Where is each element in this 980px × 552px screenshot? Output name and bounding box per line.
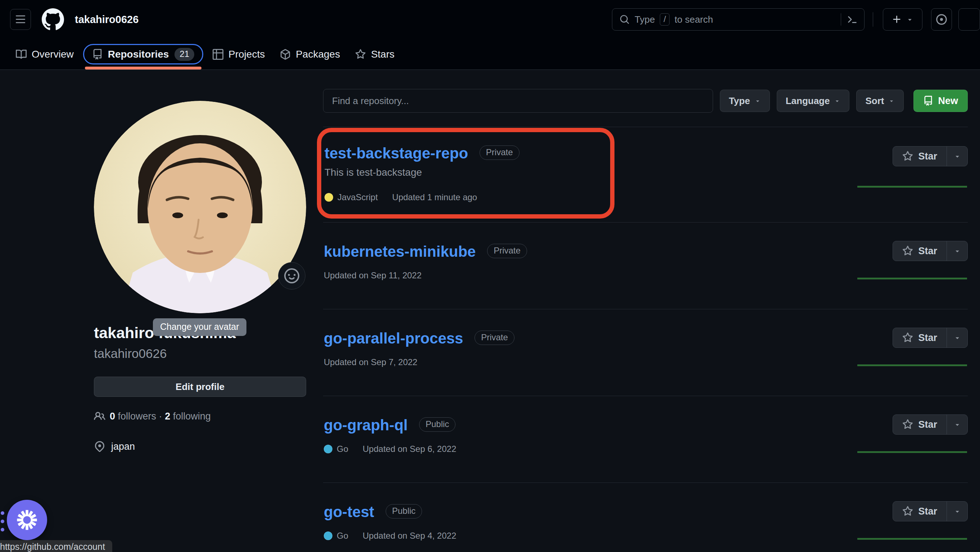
repo-language: Go bbox=[337, 530, 348, 541]
star-dropdown-button[interactable] bbox=[947, 328, 967, 348]
create-new-button[interactable] bbox=[883, 8, 923, 30]
activity-sparkline bbox=[858, 451, 967, 453]
repo-name-link[interactable]: go-graph-ql bbox=[324, 416, 407, 434]
repo-meta: Updated on Sep 7, 2022 bbox=[324, 357, 845, 368]
table-icon bbox=[213, 49, 223, 60]
global-search-input[interactable]: Type / to search bbox=[612, 8, 864, 30]
star-button[interactable]: Star bbox=[893, 241, 947, 261]
activity-sparkline bbox=[858, 538, 967, 540]
edit-profile-button[interactable]: Edit profile bbox=[94, 377, 306, 397]
repo-updated: Updated on Sep 4, 2022 bbox=[363, 530, 456, 541]
star-button[interactable]: Star bbox=[893, 502, 947, 521]
tab-label: Repositories bbox=[108, 49, 169, 60]
star-button[interactable]: Star bbox=[893, 328, 947, 348]
star-icon bbox=[902, 246, 913, 256]
issues-button[interactable] bbox=[931, 8, 952, 30]
repo-updated: Updated on Sep 6, 2022 bbox=[363, 444, 456, 455]
star-button-label: Star bbox=[918, 332, 937, 343]
hamburger-menu-button[interactable] bbox=[10, 9, 31, 30]
activity-sparkline bbox=[858, 364, 967, 366]
star-button[interactable]: Star bbox=[893, 147, 947, 166]
avatar[interactable] bbox=[94, 101, 306, 313]
followers-summary[interactable]: 0 followers · 2 following bbox=[94, 410, 211, 422]
repo-count-badge: 21 bbox=[175, 48, 194, 61]
star-button-label: Star bbox=[918, 246, 937, 257]
repo-icon bbox=[92, 49, 103, 60]
tab-label: Stars bbox=[371, 49, 394, 60]
star-dropdown-button[interactable] bbox=[947, 415, 967, 434]
repo-title: kubernetes-minikube Private bbox=[324, 243, 845, 261]
repo-name-link[interactable]: test-backstage-repo bbox=[325, 145, 468, 162]
github-logo[interactable] bbox=[42, 8, 64, 30]
star-button-group: Star bbox=[892, 501, 968, 522]
caret-down-icon bbox=[754, 97, 761, 104]
repo-visibility-badge: Private bbox=[480, 145, 520, 160]
caret-down-icon bbox=[954, 421, 961, 428]
caret-down-icon bbox=[954, 153, 961, 160]
repo-title: go-graph-ql Public bbox=[324, 416, 845, 434]
sort-filter-button[interactable]: Sort bbox=[856, 90, 904, 112]
package-icon bbox=[280, 49, 291, 60]
people-icon bbox=[94, 410, 105, 422]
repo-name-link[interactable]: go-parallel-process bbox=[324, 330, 463, 347]
search-placeholder-suffix: to search bbox=[675, 14, 713, 25]
repo-meta: Updated on Sep 11, 2022 bbox=[324, 270, 845, 281]
tab-label: Packages bbox=[296, 49, 340, 60]
repo-row: kubernetes-minikube Private Updated on S… bbox=[323, 222, 968, 309]
command-palette-icon[interactable] bbox=[847, 14, 858, 25]
new-repository-button[interactable]: New bbox=[913, 90, 968, 112]
activity-sparkline bbox=[858, 278, 967, 279]
dot-separator: · bbox=[159, 411, 162, 422]
profile-location: japan bbox=[94, 441, 135, 452]
star-icon bbox=[902, 419, 913, 430]
app-header: takahiro0626 Type / to search bbox=[0, 0, 980, 39]
tab-packages[interactable]: Packages bbox=[274, 44, 346, 64]
repositories-panel: Type Language Sort New test-backstage-re… bbox=[323, 70, 968, 552]
language-filter-button[interactable]: Language bbox=[777, 90, 850, 112]
avatar-tooltip: Change your avatar bbox=[153, 318, 247, 336]
caret-down-icon bbox=[954, 247, 961, 255]
star-icon bbox=[902, 506, 913, 517]
tab-repositories[interactable]: Repositories 21 bbox=[83, 44, 203, 64]
repo-name-link[interactable]: go-test bbox=[324, 503, 374, 520]
star-dropdown-button[interactable] bbox=[947, 147, 967, 166]
star-button-label: Star bbox=[918, 419, 937, 430]
extension-drag-handle[interactable] bbox=[1, 511, 4, 531]
star-dropdown-button[interactable] bbox=[947, 241, 967, 261]
repo-language: JavaScript bbox=[337, 192, 378, 203]
star-dropdown-button[interactable] bbox=[947, 502, 967, 521]
repo-row: test-backstage-repo Private This is test… bbox=[323, 127, 968, 222]
repo-meta: Go Updated on Sep 6, 2022 bbox=[324, 444, 845, 455]
profile-username: takahiro0626 bbox=[94, 346, 167, 361]
star-icon bbox=[902, 151, 913, 162]
find-repository-input[interactable] bbox=[323, 89, 713, 113]
following-label: following bbox=[173, 411, 211, 422]
repo-visibility-badge: Private bbox=[487, 244, 527, 258]
repo-row: go-test Public Go Updated on Sep 4, 2022… bbox=[323, 482, 968, 552]
location-icon bbox=[94, 441, 105, 452]
set-status-button[interactable] bbox=[278, 262, 305, 289]
repo-name-link[interactable]: kubernetes-minikube bbox=[324, 243, 476, 260]
header-context-title: takahiro0626 bbox=[75, 14, 138, 26]
github-profile-page: takahiro0626 Type / to search Overview bbox=[0, 0, 980, 552]
caret-down-icon bbox=[906, 16, 913, 23]
tab-projects[interactable]: Projects bbox=[207, 44, 270, 64]
repo-title: go-test Public bbox=[324, 503, 845, 521]
repo-updated: Updated 1 minute ago bbox=[392, 192, 477, 203]
following-count: 2 bbox=[165, 411, 170, 422]
tab-overview[interactable]: Overview bbox=[10, 44, 80, 64]
star-button[interactable]: Star bbox=[893, 415, 947, 434]
followers-count: 0 bbox=[110, 411, 115, 422]
github-mark-icon bbox=[42, 8, 64, 30]
extension-fab-button[interactable] bbox=[7, 500, 47, 540]
tab-label: Overview bbox=[32, 49, 74, 60]
tab-stars[interactable]: Stars bbox=[349, 44, 400, 64]
activity-sparkline bbox=[858, 186, 967, 188]
partial-header-button[interactable] bbox=[958, 8, 980, 30]
plus-icon bbox=[892, 14, 902, 24]
issue-opened-icon bbox=[935, 13, 948, 26]
star-button-group: Star bbox=[892, 328, 968, 348]
star-button-label: Star bbox=[918, 506, 937, 517]
type-filter-button[interactable]: Type bbox=[720, 90, 770, 112]
search-divider bbox=[841, 13, 841, 26]
